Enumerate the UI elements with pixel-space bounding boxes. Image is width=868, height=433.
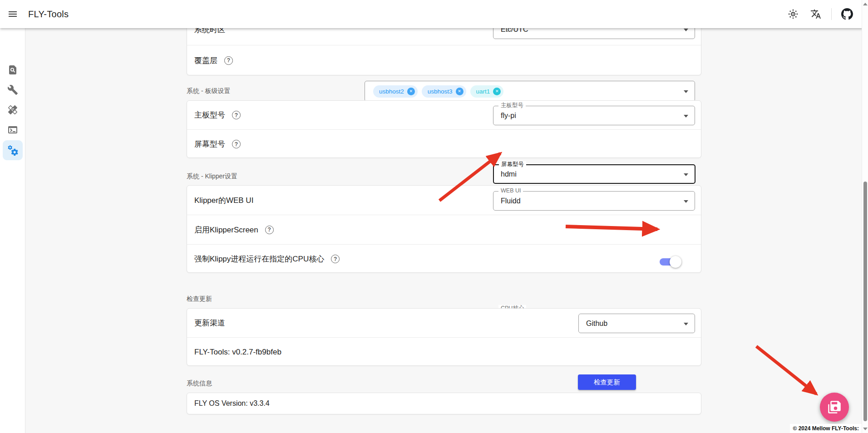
- menu-button[interactable]: [3, 4, 23, 24]
- overlay-select[interactable]: usbhost2 ✕ usbhost3 ✕ uart1 ✕: [365, 81, 695, 102]
- translate-icon: [810, 9, 821, 20]
- sidebar-item-settings[interactable]: [3, 140, 23, 160]
- chevron-down-icon: [684, 173, 688, 176]
- help-icon[interactable]: ?: [265, 226, 274, 234]
- gears-icon: [7, 144, 19, 156]
- save-all-icon: [828, 400, 841, 414]
- sidebar-item-healing[interactable]: [3, 100, 23, 120]
- help-icon[interactable]: ?: [331, 255, 340, 263]
- help-icon[interactable]: ?: [232, 140, 241, 148]
- chevron-down-icon: [684, 323, 688, 325]
- update-card: 更新渠道 Github FLY-Tools: v0.2.7-fb9bfeb 检查…: [187, 308, 701, 366]
- webui-row: Klipper的WEB UI WEB UI Fluidd: [187, 186, 701, 215]
- scroll-up-icon[interactable]: [863, 3, 868, 5]
- chip-label: usbhost3: [428, 88, 453, 95]
- version-label: FLY-Tools: v0.2.7-fb9bfeb: [194, 348, 281, 357]
- update-section-title: 检查更新: [187, 295, 212, 303]
- app-title: FLY-Tools: [28, 9, 69, 20]
- help-icon[interactable]: ?: [224, 56, 233, 65]
- scrollbar[interactable]: [862, 0, 868, 433]
- chevron-down-icon: [684, 90, 688, 93]
- github-button[interactable]: [838, 5, 856, 23]
- update-channel-label: 更新渠道: [194, 318, 225, 328]
- klipperscreen-label: 启用KlipperScreen: [194, 225, 258, 235]
- chevron-down-icon: [684, 29, 688, 31]
- appbar: FLY-Tools: [0, 0, 868, 28]
- chevron-down-icon: [684, 200, 688, 203]
- update-channel-row: 更新渠道 Github: [187, 309, 701, 337]
- terminal-icon: [7, 124, 18, 135]
- update-channel-select[interactable]: Github: [578, 314, 695, 333]
- board-model-row: 主板型号 ? 主板型号 fly-pi: [187, 101, 701, 129]
- translate-button[interactable]: [807, 5, 825, 23]
- webui-label: Klipper的WEB UI: [194, 195, 253, 206]
- scrollbar-thumb[interactable]: [863, 182, 867, 421]
- webui-value: Fluidd: [501, 197, 521, 205]
- field-label: 屏幕型号: [499, 161, 526, 167]
- scroll-down-icon[interactable]: [863, 428, 868, 430]
- chip-close-icon[interactable]: ✕: [407, 88, 415, 95]
- cpu-core-label: 强制Klippy进程运行在指定的CPU核心: [194, 254, 324, 264]
- healing-icon: [7, 104, 18, 115]
- screen-model-row: 屏幕型号 ? 屏幕型号 hdmi: [187, 129, 701, 158]
- check-update-button[interactable]: 检查更新: [578, 374, 636, 390]
- sysinfo-card: FLY OS Version: v3.3.4: [187, 393, 701, 414]
- chip-uart1: uart1 ✕: [470, 85, 504, 98]
- chip-usbhost2: usbhost2 ✕: [373, 85, 418, 98]
- divider: [831, 8, 832, 20]
- field-label: 主板型号: [498, 102, 526, 108]
- board-model-select[interactable]: 主板型号 fly-pi: [493, 106, 695, 125]
- overlay-row: 覆盖层 ? usbhost2 ✕ usbhost3 ✕ uart1 ✕: [187, 45, 701, 75]
- board-settings-card: 主板型号 ? 主板型号 fly-pi 屏幕型号 ? 屏幕型号 hdmi: [187, 100, 701, 158]
- menu-icon: [7, 9, 18, 20]
- sysinfo-section-title: 系统信息: [187, 379, 212, 388]
- copyright-note: © 2024 Mellow FLY-Tools:: [790, 424, 862, 433]
- sidebar-item-terminal[interactable]: [3, 120, 23, 140]
- os-version-value: FLY OS Version: v3.3.4: [194, 399, 270, 408]
- chevron-down-icon: [684, 115, 688, 118]
- fly-tools-app: 系统时区 Etc/UTC 覆盖层 ? usbhost2 ✕ usbhost3 ✕: [0, 0, 868, 433]
- wrench-icon: [7, 84, 18, 95]
- sidebar-item-inspect[interactable]: [3, 60, 23, 80]
- chip-usbhost3: usbhost3 ✕: [422, 85, 466, 98]
- save-fab-button[interactable]: [820, 393, 849, 422]
- board-model-label: 主板型号: [194, 110, 225, 120]
- klipperscreen-row: 启用KlipperScreen ?: [187, 215, 701, 244]
- sidebar: [0, 28, 25, 433]
- os-version-row: FLY OS Version: v3.3.4: [187, 393, 701, 414]
- chip-label: usbhost2: [379, 88, 404, 95]
- version-row: FLY-Tools: v0.2.7-fb9bfeb 检查更新: [187, 337, 701, 366]
- overlay-chips: usbhost2 ✕ usbhost3 ✕ uart1 ✕: [372, 85, 503, 98]
- appbar-actions: [784, 0, 856, 28]
- klipper-settings-card: Klipper的WEB UI WEB UI Fluidd 启用KlipperSc…: [187, 185, 701, 273]
- webui-select[interactable]: WEB UI Fluidd: [493, 191, 695, 211]
- chip-close-icon[interactable]: ✕: [493, 88, 501, 95]
- arrow-to-fab: [756, 346, 816, 394]
- screen-model-label: 屏幕型号: [194, 139, 225, 149]
- github-icon: [841, 8, 853, 20]
- chip-close-icon[interactable]: ✕: [456, 88, 464, 95]
- chip-label: uart1: [476, 88, 490, 95]
- help-icon[interactable]: ?: [232, 111, 241, 119]
- screen-model-select[interactable]: 屏幕型号 hdmi: [493, 164, 695, 184]
- cpu-core-row: 强制Klippy进程运行在指定的CPU核心 ? CPU核心 none: [187, 244, 701, 273]
- overlay-label: 覆盖层: [194, 55, 217, 66]
- field-label: WEB UI: [498, 187, 523, 194]
- klipper-section-title: 系统 - Klipper设置: [187, 172, 237, 181]
- brightness-button[interactable]: [784, 5, 802, 23]
- screen-model-value: hdmi: [501, 170, 517, 178]
- brightness-icon: [788, 9, 799, 20]
- board-section-title: 系统 - 板级设置: [187, 87, 230, 95]
- board-model-value: fly-pi: [501, 112, 516, 120]
- sidebar-item-tools[interactable]: [3, 80, 23, 100]
- update-channel-value: Github: [586, 320, 607, 328]
- file-search-icon: [7, 64, 18, 75]
